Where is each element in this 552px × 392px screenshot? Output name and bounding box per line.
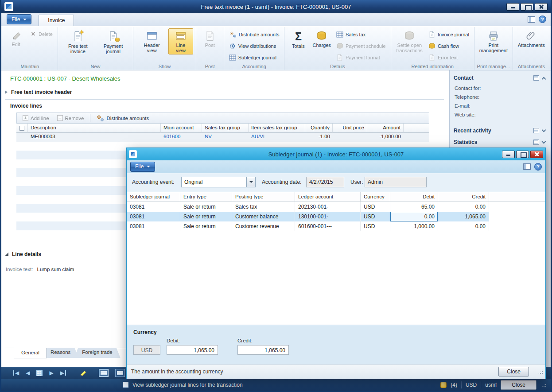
column-header[interactable]: Debit xyxy=(390,192,438,202)
layout-icon[interactable] xyxy=(523,163,531,170)
column-header[interactable]: Description xyxy=(28,124,161,133)
column-header[interactable]: Unit price xyxy=(333,124,367,133)
accounting-event-combobox[interactable]: Original xyxy=(181,177,256,187)
cell[interactable]: 0.00 xyxy=(438,221,489,231)
user-field[interactable]: Admin xyxy=(365,177,427,187)
column-header[interactable]: Item sales tax group xyxy=(249,124,305,133)
cell-description[interactable]: ME000003 xyxy=(28,133,161,142)
column-header[interactable]: Entry type xyxy=(180,192,232,202)
select-all-cell[interactable] xyxy=(16,124,28,133)
cell[interactable]: Sale or return xyxy=(180,202,232,212)
cell[interactable]: Sale or return xyxy=(180,212,232,221)
cell[interactable]: 0.00 xyxy=(438,202,489,212)
cell-sales-tax-group[interactable]: NV xyxy=(202,133,249,142)
column-header[interactable]: Main account xyxy=(161,124,202,133)
factbox-menu-icon[interactable] xyxy=(533,128,539,133)
layout-icon[interactable] xyxy=(528,16,535,23)
select-all-checkbox[interactable] xyxy=(19,126,24,131)
cell-item-sales-tax-group[interactable]: AU/VI xyxy=(249,133,305,142)
cell[interactable]: 202130-001- xyxy=(295,202,361,212)
invoice-line-row[interactable]: ME000003 601600 NV AU/VI -1.00 -1,000.00 xyxy=(16,133,429,142)
dialog-close-button[interactable] xyxy=(530,151,543,158)
cell[interactable]: 601600-001--- xyxy=(295,221,361,231)
header-section-toggle[interactable]: Free text invoice header xyxy=(5,89,444,100)
grid-view-toggle[interactable] xyxy=(99,369,109,377)
cell-unit-price[interactable] xyxy=(333,133,367,142)
column-header[interactable]: Credit xyxy=(438,192,489,202)
dialog-close-footer-button[interactable]: Close xyxy=(498,367,529,376)
currency-field[interactable]: USD xyxy=(133,345,160,355)
cell-focused[interactable]: 0.00 xyxy=(390,212,438,221)
minimize-button[interactable] xyxy=(506,3,519,11)
chevron-down-icon[interactable] xyxy=(542,140,546,144)
column-header[interactable]: Quantity xyxy=(305,124,333,133)
cell[interactable]: 65.00 xyxy=(390,202,438,212)
cell[interactable]: 130100-001- xyxy=(295,212,361,221)
first-record-button[interactable] xyxy=(13,370,19,376)
chevron-up-icon[interactable] xyxy=(542,77,546,81)
subledger-journal-button[interactable]: Subledger journal xyxy=(227,53,279,62)
post-button[interactable]: Post xyxy=(199,28,221,49)
status-currency[interactable]: USD xyxy=(466,382,477,388)
column-header[interactable]: Amount xyxy=(367,124,404,133)
debit-total-field[interactable]: 1,065.00 xyxy=(167,345,218,355)
cell[interactable]: Sale or return xyxy=(180,221,232,231)
factbox-contact-header[interactable]: Contact xyxy=(450,72,551,84)
cell[interactable]: Customer revenue xyxy=(232,221,295,231)
notifications-count[interactable]: (4) xyxy=(451,382,457,388)
factbox-statistics-header[interactable]: Statistics xyxy=(450,136,551,148)
factbox-menu-icon[interactable] xyxy=(533,75,539,81)
delete-button[interactable]: Delete xyxy=(28,30,55,39)
column-header[interactable]: Subledger journal xyxy=(127,192,180,202)
add-line-button[interactable]: Add line xyxy=(19,114,53,122)
distribute-amounts-button[interactable]: Distribute amounts xyxy=(227,30,282,39)
last-record-button[interactable] xyxy=(60,370,66,376)
help-icon[interactable] xyxy=(539,16,546,23)
dialog-file-menu-button[interactable]: File xyxy=(130,162,155,172)
cash-flow-button[interactable]: Cash flow xyxy=(426,41,461,51)
cell[interactable]: USD xyxy=(361,221,390,231)
settle-open-transactions-button[interactable]: Settle open transactions xyxy=(394,28,425,54)
print-management-button[interactable]: Print management xyxy=(477,28,510,54)
notifications-icon[interactable] xyxy=(440,382,447,388)
charges-button[interactable]: Charges xyxy=(310,28,333,49)
attachments-button[interactable]: Attachments xyxy=(516,28,547,49)
close-window-button[interactable] xyxy=(535,3,548,11)
accounting-date-field[interactable]: 4/27/2015 xyxy=(306,177,344,187)
edit-record-icon[interactable] xyxy=(79,369,87,377)
payment-format-button[interactable]: Payment format xyxy=(334,53,382,62)
distribute-amounts-toolbar-button[interactable]: Distribute amounts xyxy=(93,114,152,123)
tab-general[interactable]: General xyxy=(14,348,47,358)
factbox-recent-activity-header[interactable]: Recent activity xyxy=(450,125,551,136)
cell[interactable]: Sales tax xyxy=(232,202,295,212)
credit-total-field[interactable]: 1,065.00 xyxy=(237,345,289,355)
combobox-dropdown-button[interactable] xyxy=(246,177,255,187)
header-view-button[interactable]: Header view xyxy=(136,28,167,54)
previous-record-button[interactable] xyxy=(26,370,30,376)
tab-reasons[interactable]: Reasons xyxy=(43,348,78,358)
column-header[interactable]: Ledger account xyxy=(295,192,361,202)
status-company[interactable]: usmf xyxy=(485,382,497,388)
subledger-row-selected[interactable]: 03081 Sale or return Customer balance 13… xyxy=(127,212,545,221)
file-menu-button[interactable]: File xyxy=(7,14,31,24)
cell[interactable]: 03081 xyxy=(127,221,180,231)
payment-journal-button[interactable]: Payment journal xyxy=(96,28,130,55)
dialog-minimize-button[interactable] xyxy=(502,151,515,158)
line-view-button[interactable]: Line view xyxy=(168,28,193,54)
tab-invoice[interactable]: Invoice xyxy=(39,15,74,26)
column-header[interactable]: Sales tax group xyxy=(202,124,249,133)
error-text-button[interactable]: Error text xyxy=(426,53,460,62)
next-record-button[interactable] xyxy=(49,370,53,376)
cell[interactable]: USD xyxy=(361,202,390,212)
resize-grip[interactable] xyxy=(541,382,547,388)
cell[interactable]: 03081 xyxy=(127,212,180,221)
free-text-invoice-button[interactable]: Free text invoice xyxy=(61,28,95,55)
subledger-row[interactable]: 03081 Sale or return Sales tax 202130-00… xyxy=(127,202,545,212)
tab-foreign-trade[interactable]: Foreign trade xyxy=(74,348,120,358)
maximize-button[interactable] xyxy=(521,3,533,11)
dialog-resize-grip[interactable] xyxy=(538,369,544,375)
row-select-cell[interactable] xyxy=(16,133,28,142)
cell[interactable]: 1,000.00 xyxy=(390,221,438,231)
line-details-toggle[interactable]: Line details xyxy=(5,251,41,257)
edit-button[interactable]: Edit xyxy=(5,28,27,48)
